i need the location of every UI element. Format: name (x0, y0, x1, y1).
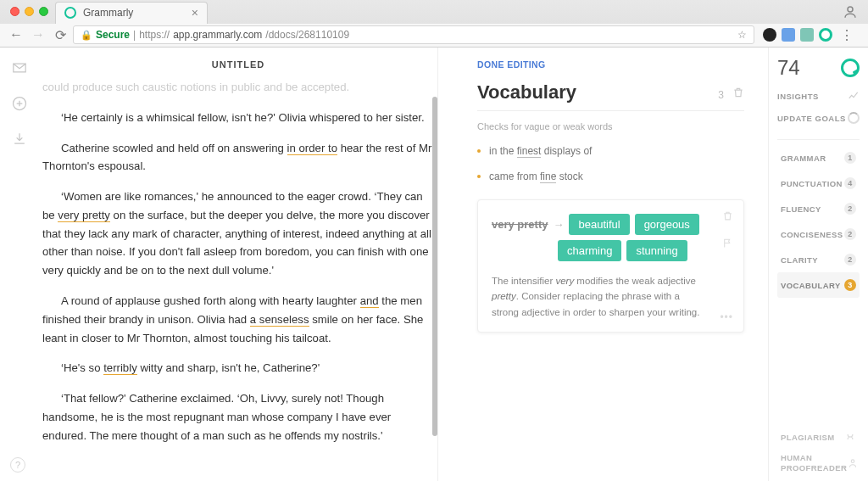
update-goals-link[interactable]: UPDATE GOALS (777, 112, 860, 124)
paragraph[interactable]: could produce such caustic notions in pu… (42, 78, 432, 97)
bullet-icon (477, 175, 481, 178)
insights-icon (848, 90, 860, 102)
svg-point-2 (852, 460, 855, 463)
reload-button[interactable]: ⟳ (51, 27, 70, 43)
score: 74 (777, 56, 800, 80)
download-icon[interactable] (11, 131, 28, 148)
browser-tab[interactable]: Grammarly × (55, 2, 208, 24)
grammarly-logo-icon[interactable] (841, 59, 860, 77)
category-vocabulary[interactable]: VOCABULARY3 (777, 272, 860, 298)
category-count: 3 (718, 89, 724, 101)
original-phrase: very pretty (492, 218, 548, 231)
category-fluency[interactable]: FLUENCY2 (777, 196, 860, 221)
trash-all-icon[interactable] (732, 87, 744, 98)
help-button[interactable]: ? (10, 457, 25, 473)
url-path: /ddocs/268110109 (265, 29, 349, 41)
category-clarity[interactable]: CLARITY2 (777, 247, 860, 272)
grammarly-extension-icon[interactable] (819, 28, 832, 42)
suggestion-chip[interactable]: gorgeous (635, 214, 699, 235)
editor-column: UNTITLED could produce such caustic noti… (39, 48, 437, 481)
bullet-icon (477, 149, 481, 153)
goals-icon (848, 112, 860, 124)
close-window-icon[interactable] (10, 7, 19, 16)
url-prefix: https:// (139, 29, 170, 41)
tab-title: Grammarly (83, 7, 133, 19)
card-more-icon[interactable]: ••• (720, 311, 733, 323)
plagiarism-icon (844, 431, 856, 443)
paragraph[interactable]: ‘That fellow?' Catherine exclaimed. ‘Oh,… (42, 389, 432, 445)
secure-label: Secure (96, 29, 130, 41)
highlight[interactable]: and (360, 294, 379, 308)
paragraph[interactable]: ‘Women are like romances,' he announced … (42, 187, 432, 280)
category-title: Vocabulary (477, 81, 576, 103)
proofreader-link[interactable]: HUMAN PROOFREADER (781, 453, 856, 473)
extension-icon[interactable] (800, 28, 814, 42)
new-doc-icon[interactable] (11, 95, 28, 112)
close-tab-icon[interactable]: × (192, 7, 198, 19)
editor[interactable]: could produce such caustic notions in pu… (39, 78, 437, 457)
highlight[interactable]: a senseless (250, 313, 309, 327)
proofreader-icon (847, 457, 859, 469)
paragraph[interactable]: Catherine scowled and held off on answer… (42, 139, 432, 176)
category-punctuation[interactable]: PUNCTUATION4 (777, 171, 860, 196)
paragraph[interactable]: ‘He certainly is a whimsical fellow, isn… (42, 109, 432, 127)
highlight[interactable]: in order to (287, 142, 337, 155)
left-rail (0, 48, 39, 481)
window-controls (10, 7, 48, 16)
maximize-window-icon[interactable] (39, 7, 48, 16)
back-button[interactable]: ← (7, 27, 25, 42)
document-title[interactable]: UNTITLED (39, 48, 437, 78)
issue-item[interactable]: in the finest displays of (477, 145, 744, 157)
insight-panel: DONE EDITING Vocabulary 3 Checks for vag… (437, 48, 768, 481)
scrollbar[interactable] (432, 97, 437, 436)
card-explanation: The intensifier very modifies the weak a… (492, 273, 730, 320)
plagiarism-link[interactable]: PLAGIARISM (781, 431, 856, 443)
grammarly-favicon-icon (64, 7, 76, 19)
minimize-window-icon[interactable] (25, 7, 34, 16)
paragraph[interactable]: A round of applause gushed forth along w… (42, 292, 432, 347)
category-subtitle: Checks for vague or weak words (477, 110, 744, 131)
paragraph[interactable]: ‘He's so terribly witty and sharp, isn't… (42, 359, 432, 378)
card-trash-icon[interactable] (722, 210, 733, 221)
suggestion-card: ••• very pretty → beautiful gorgeous cha… (477, 199, 744, 333)
suggestion-chip[interactable]: stunning (626, 240, 687, 261)
category-list: GRAMMAR1 PUNCTUATION4 FLUENCY2 CONCISENE… (777, 139, 860, 298)
svg-point-0 (848, 7, 853, 12)
bookmark-icon[interactable]: ☆ (737, 29, 747, 41)
profile-icon[interactable] (843, 4, 858, 20)
category-grammar[interactable]: GRAMMAR1 (777, 145, 860, 171)
extension-icons: ⋮ (758, 27, 861, 43)
suggestion-chip[interactable]: charming (558, 240, 621, 261)
inbox-icon[interactable] (11, 59, 28, 76)
card-flag-icon[interactable] (722, 238, 733, 249)
suggestion-chip[interactable]: beautiful (569, 214, 629, 235)
category-conciseness[interactable]: CONCISENESS2 (777, 221, 860, 247)
arrow-icon: → (553, 218, 564, 231)
extension-icon[interactable] (782, 28, 795, 42)
highlight[interactable]: terribly (103, 361, 137, 375)
issue-item[interactable]: came from fine stock (477, 171, 744, 182)
right-rail: 74 INSIGHTS UPDATE GOALS GRAMMAR1 PUNCTU… (768, 48, 868, 481)
insights-link[interactable]: INSIGHTS (777, 90, 860, 102)
done-editing-link[interactable]: DONE EDITING (477, 59, 744, 70)
extension-icon[interactable] (763, 28, 776, 42)
lock-icon: 🔒 (81, 30, 92, 41)
menu-icon[interactable]: ⋮ (837, 27, 856, 43)
browser-chrome: Grammarly × ← → ⟳ 🔒 Secure | https://app… (0, 0, 868, 48)
url-host: app.grammarly.com (173, 29, 262, 41)
forward-button[interactable]: → (29, 27, 47, 42)
highlight[interactable]: very pretty (58, 209, 110, 222)
address-bar[interactable]: 🔒 Secure | https://app.grammarly.com/ddo… (73, 25, 754, 44)
